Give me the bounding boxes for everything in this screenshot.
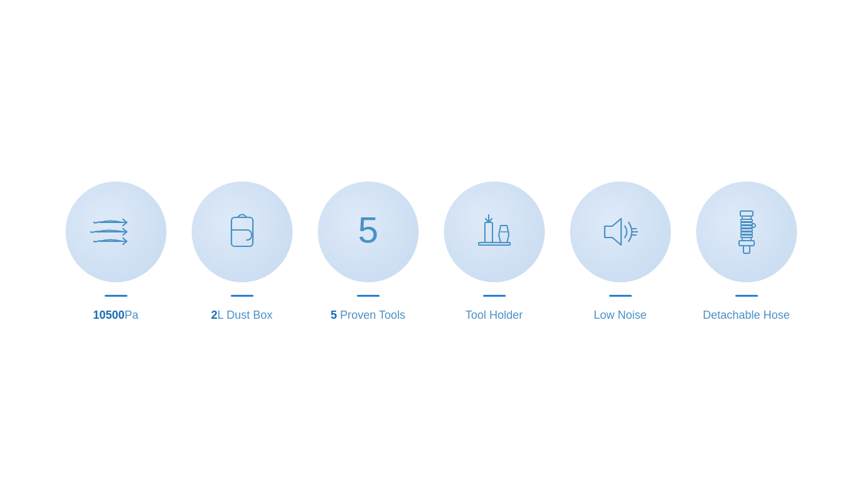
feature-label-suction: 10500Pa — [93, 308, 138, 323]
feature-divider-suction — [105, 295, 127, 297]
svg-rect-23 — [739, 241, 754, 246]
feature-normal-lownoise: Low Noise — [593, 309, 646, 321]
lownoise-icon — [592, 203, 649, 260]
svg-rect-16 — [741, 219, 752, 222]
tools-icon: 5 — [340, 203, 397, 260]
feature-label-tools: 5 Proven Tools — [330, 308, 405, 323]
feature-label-dustbox: 2L Dust Box — [211, 308, 272, 323]
svg-rect-7 — [485, 222, 492, 243]
svg-rect-20 — [741, 232, 752, 234]
feature-circle-toolholder — [444, 181, 545, 282]
feature-normal-suction: Pa — [125, 309, 139, 321]
feature-normal-dustbox: L Dust Box — [218, 309, 272, 321]
feature-circle-dustbox — [192, 181, 293, 282]
svg-text:5: 5 — [358, 209, 378, 250]
feature-bold-dustbox: 2 — [211, 309, 218, 321]
feature-label-toolholder: Tool Holder — [465, 308, 523, 323]
feature-divider-lownoise — [609, 295, 632, 297]
feature-circle-suction — [66, 181, 166, 282]
feature-divider-hose — [735, 295, 758, 297]
svg-marker-10 — [605, 219, 621, 245]
feature-circle-lownoise — [570, 181, 671, 282]
feature-label-lownoise: Low Noise — [593, 308, 646, 323]
feature-item-tools: 5 5 Proven Tools — [305, 181, 431, 323]
svg-rect-14 — [740, 211, 753, 216]
feature-item-lownoise: Low Noise — [557, 181, 684, 323]
svg-rect-17 — [741, 222, 752, 225]
feature-bold-tools: 5 — [330, 309, 337, 321]
feature-divider-dustbox — [231, 295, 253, 297]
feature-divider-tools — [357, 295, 380, 297]
svg-rect-18 — [741, 226, 752, 228]
feature-normal-hose: Detachable Hose — [702, 309, 789, 321]
dustbox-icon — [214, 203, 271, 260]
feature-item-dustbox: 2L Dust Box — [179, 181, 305, 323]
feature-divider-toolholder — [483, 295, 506, 297]
feature-normal-tools: Proven Tools — [337, 309, 405, 321]
feature-bold-suction: 10500 — [93, 309, 124, 321]
feature-circle-tools: 5 — [318, 181, 419, 282]
feature-circle-hose — [696, 181, 797, 282]
features-container: 10500Pa 2L Dust Box 5 — [0, 181, 862, 323]
feature-item-suction: 10500Pa — [53, 181, 179, 323]
svg-rect-19 — [741, 229, 752, 231]
toolholder-icon — [466, 203, 523, 260]
svg-rect-3 — [231, 217, 253, 246]
feature-label-hose: Detachable Hose — [702, 308, 789, 323]
feature-item-hose: Detachable Hose — [684, 181, 810, 323]
airflow-icon — [88, 203, 144, 260]
feature-item-toolholder: Tool Holder — [431, 181, 557, 323]
feature-normal-toolholder: Tool Holder — [465, 309, 523, 321]
hose-icon — [718, 203, 775, 260]
svg-rect-24 — [743, 246, 750, 253]
